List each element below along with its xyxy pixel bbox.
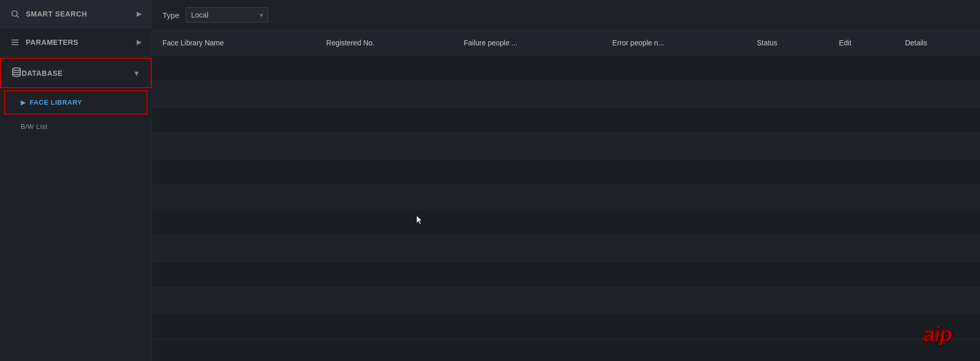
svg-point-5 — [13, 68, 21, 71]
logo-text: aip — [923, 332, 965, 350]
logo-container: aip — [923, 321, 965, 351]
sidebar-item-smart-search-label: SMART SEARCH — [26, 10, 87, 18]
search-icon — [10, 9, 20, 19]
type-select[interactable]: Local Remote — [186, 7, 268, 23]
col-status: Status — [746, 30, 828, 56]
main-content: Type Local Remote Face Library Name Regi… — [152, 0, 980, 361]
sidebar-item-database[interactable]: DATABASE ▼ — [0, 58, 152, 88]
table-row — [152, 159, 980, 185]
logo-svg: aip — [923, 321, 965, 347]
database-icon — [11, 67, 22, 79]
svg-point-0 — [12, 11, 18, 17]
col-edit: Edit — [829, 30, 895, 56]
table-row — [152, 133, 980, 159]
sidebar-item-smart-search[interactable]: SMART SEARCH ▶ — [0, 0, 152, 28]
sidebar: SMART SEARCH ▶ PARAMETERS ▶ DATABASE ▼ — [0, 0, 152, 361]
table-header: Face Library Name Registered No. Failure… — [152, 30, 980, 56]
table-container: Face Library Name Registered No. Failure… — [152, 30, 980, 361]
table-body — [152, 56, 980, 339]
sidebar-item-face-library[interactable]: ▶ FACE LIBRARY — [4, 90, 148, 114]
sidebar-item-parameters-label: PARAMETERS — [26, 38, 78, 46]
col-error-people: Error people n... — [602, 30, 746, 56]
table-row — [152, 81, 980, 107]
col-failure-people: Failure people ... — [453, 30, 602, 56]
table-row — [152, 236, 980, 262]
chevron-down-icon-db: ▼ — [133, 69, 140, 77]
type-select-wrapper: Local Remote — [186, 7, 268, 23]
col-face-library-name: Face Library Name — [152, 30, 316, 56]
sidebar-item-bw-list[interactable]: B/W List — [0, 116, 152, 138]
chevron-right-icon-face: ▶ — [21, 99, 26, 106]
col-details: Details — [895, 30, 980, 56]
sidebar-item-face-library-label: FACE LIBRARY — [30, 99, 83, 106]
table-row — [152, 56, 980, 81]
svg-line-1 — [17, 15, 19, 18]
table-row — [152, 185, 980, 210]
top-bar: Type Local Remote — [152, 0, 980, 30]
type-label: Type — [162, 11, 179, 20]
sidebar-item-parameters[interactable]: PARAMETERS ▶ — [0, 28, 152, 57]
svg-text:aip: aip — [923, 323, 952, 346]
chevron-right-icon-params: ▶ — [137, 39, 142, 46]
table-row — [152, 210, 980, 236]
table-row — [152, 107, 980, 133]
table-header-row: Face Library Name Registered No. Failure… — [152, 30, 980, 56]
face-library-table: Face Library Name Registered No. Failure… — [152, 30, 980, 339]
list-icon — [10, 38, 20, 47]
table-row — [152, 262, 980, 288]
chevron-right-icon: ▶ — [137, 10, 142, 18]
table-row — [152, 314, 980, 339]
sidebar-item-database-label: DATABASE — [22, 69, 63, 77]
col-registered-no: Registered No. — [316, 30, 453, 56]
table-row — [152, 288, 980, 314]
sidebar-item-bw-list-label: B/W List — [21, 123, 47, 130]
